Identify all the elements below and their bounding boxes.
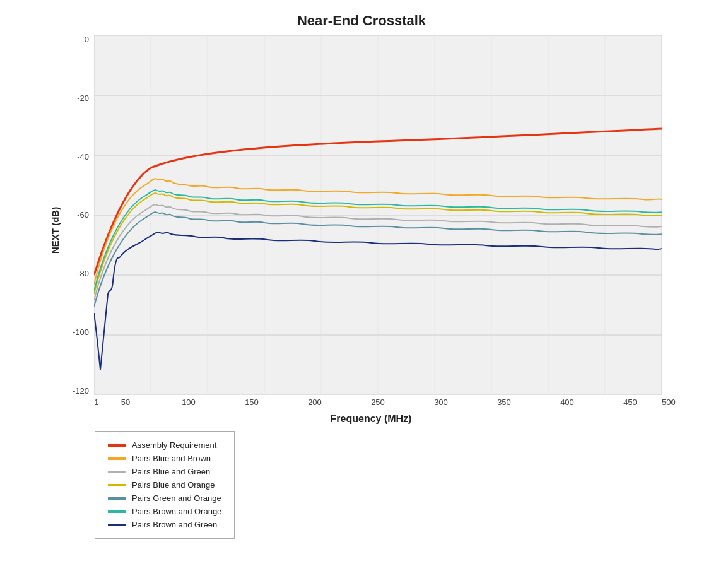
y-tick: -100	[73, 328, 89, 336]
legend-label-assembly: Assembly Requirement	[132, 440, 216, 450]
x-tick-450: 450	[599, 397, 662, 407]
y-tick: -20	[77, 94, 89, 102]
legend-item-blue-green: Pairs Blue and Green	[108, 467, 221, 476]
legend-label-blue-orange: Pairs Blue and Orange	[132, 480, 215, 490]
legend-color-assembly	[108, 444, 126, 447]
y-tick: -60	[77, 211, 89, 219]
chart-with-axes: 0-20-40-60-80-100-120	[65, 35, 677, 425]
x-tick-250: 250	[346, 397, 409, 407]
legend-item-brown-orange: Pairs Brown and Orange	[108, 507, 221, 516]
x-tick-200: 200	[283, 397, 346, 407]
legend-color-brown-green	[108, 524, 126, 526]
legend-item-blue-brown: Pairs Blue and Brown	[108, 454, 221, 463]
y-ticks: 0-20-40-60-80-100-120	[65, 35, 94, 395]
legend-label-blue-brown: Pairs Blue and Brown	[132, 454, 211, 463]
legend-label-brown-orange: Pairs Brown and Orange	[132, 507, 221, 516]
x-tick-150: 150	[220, 397, 283, 407]
legend-item-green-orange: Pairs Green and Orange	[108, 493, 221, 503]
chart-inner: 0-20-40-60-80-100-120	[65, 35, 677, 395]
x-tick-400: 400	[536, 397, 599, 407]
x-tick-100: 100	[157, 397, 220, 407]
y-tick: -120	[73, 387, 89, 395]
legend-color-brown-orange	[108, 510, 126, 513]
y-tick: -80	[77, 269, 89, 278]
chart-area: NEXT (dB) 0-20-40-60-80-100-120	[46, 35, 677, 425]
x-ticks: 1 50 100 150 200 250 300 350 400 450 500	[94, 397, 662, 407]
y-tick: -40	[77, 153, 89, 161]
legend-label-green-orange: Pairs Green and Orange	[132, 493, 221, 503]
main-chart-svg	[94, 35, 662, 395]
x-tick-350: 350	[473, 397, 536, 407]
chart-container: Near-End Crosstalk NEXT (dB) 0-20-40-60-…	[13, 13, 710, 539]
legend: Assembly Requirement Pairs Blue and Brow…	[95, 431, 235, 539]
legend-color-blue-brown	[108, 457, 126, 460]
y-axis-label: NEXT (dB)	[46, 35, 64, 425]
legend-item-assembly: Assembly Requirement	[108, 440, 221, 450]
legend-item-blue-orange: Pairs Blue and Orange	[108, 480, 221, 490]
legend-color-blue-orange	[108, 484, 126, 486]
legend-label-brown-green: Pairs Brown and Green	[132, 520, 217, 529]
legend-color-green-orange	[108, 497, 126, 500]
legend-color-blue-green	[108, 471, 126, 473]
legend-label-blue-green: Pairs Blue and Green	[132, 467, 210, 476]
x-tick-50: 50	[94, 397, 157, 407]
y-tick: 0	[85, 35, 89, 44]
legend-item-brown-green: Pairs Brown and Green	[108, 520, 221, 529]
x-axis-label: Frequency (MHz)	[65, 413, 677, 425]
chart-title: Near-End Crosstalk	[297, 13, 426, 29]
x-tick-300: 300	[409, 397, 473, 407]
